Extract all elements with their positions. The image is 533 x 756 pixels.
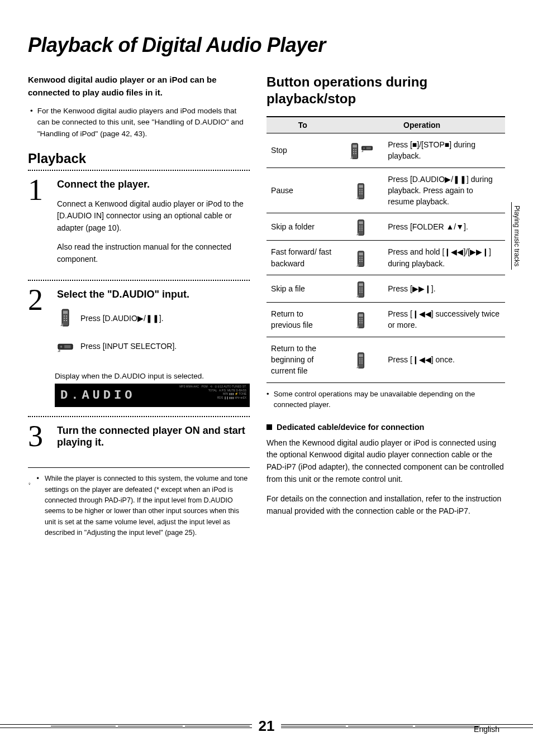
sub-heading: Dedicated cable/device for connection [266, 423, 505, 432]
step-number: 1 [28, 176, 50, 272]
note: • Some control operations may be unavail… [266, 389, 505, 410]
remote-icon [355, 219, 367, 235]
page-number: 21 [259, 717, 275, 735]
remote-icon [355, 250, 367, 266]
cell-to: Return to previous file [266, 303, 339, 337]
unit-instruction: Press [INPUT SELECTOR]. [57, 336, 250, 356]
intro-bullet: • For the Kenwood digital audio players … [28, 106, 250, 140]
step-number: 3 [28, 423, 50, 456]
cell-to: Pause [266, 168, 339, 213]
table-row: Return to the beginning of current fileP… [266, 337, 505, 382]
step-text: Also read the instruction manual for the… [57, 241, 250, 265]
cell-to: Skip a file [266, 275, 339, 303]
divider [28, 416, 250, 417]
unit-icon [57, 336, 74, 356]
cell-to: Return to the beginning of current file [266, 337, 339, 382]
step-title: Turn the connected player ON and start p… [57, 425, 250, 448]
cell-to: Skip a folder [266, 213, 339, 241]
bulb-icon [28, 473, 31, 494]
unit-icon [361, 142, 373, 158]
paragraph: When the Kewnood digital audio player or… [266, 437, 505, 486]
cell-operation: Press [❙◀◀] once. [383, 337, 505, 382]
cell-icons [339, 213, 383, 241]
remote-instruction: Press [D.AUDIO▶/❚❚]. [57, 308, 250, 328]
tip-text: While the player is connected to this sy… [45, 473, 250, 538]
table-row: Return to previous filePress [❙◀◀] succe… [266, 303, 505, 337]
display-caption: Display when the D.AUDIO input is select… [55, 372, 250, 380]
left-column: Kenwood digital audio player or an iPod … [28, 74, 250, 538]
intro-bullet-text: For the Kenwood digital audio players an… [37, 106, 250, 140]
th-operation: Operation [339, 117, 505, 133]
note-text: Some control operations may be unavailab… [274, 389, 505, 410]
bullet-dot: • [36, 473, 39, 538]
playback-heading: Playback [28, 151, 250, 166]
unit-text: Press [INPUT SELECTOR]. [80, 342, 177, 351]
th-to: To [266, 117, 339, 133]
sub-heading-text: Dedicated cable/device for connection [277, 423, 424, 432]
remote-icon [349, 142, 361, 158]
side-tab: Playing music tracks [511, 202, 522, 270]
intro-bold: Kenwood digital audio player or an iPod … [28, 74, 250, 99]
bullet-dot: • [30, 106, 33, 140]
footer-language: English [474, 725, 499, 734]
cell-operation: Press [FOLDER ▲/▼]. [383, 213, 505, 241]
step-2: 2 Select the "D.AUDIO" input. Press [D.A… [28, 286, 250, 364]
cell-icons [339, 133, 383, 168]
table-row: Fast forward/ fast backwardPress and hol… [266, 241, 505, 275]
right-column: Button operations during playback/stop T… [266, 74, 505, 538]
remote-icon [355, 281, 367, 296]
cell-icons [339, 337, 383, 382]
remote-text: Press [D.AUDIO▶/❚❚]. [80, 314, 164, 323]
operations-table: To Operation StopPress [■]/[STOP■] durin… [266, 116, 505, 383]
step-title: Select the "D.AUDIO" input. [57, 289, 250, 300]
table-row: StopPress [■]/[STOP■] during playback. [266, 133, 505, 168]
step-number: 2 [28, 286, 50, 364]
cell-operation: Press [❙◀◀] successively twice or more. [383, 303, 505, 337]
operations-heading: Button operations during playback/stop [266, 74, 505, 107]
table-row: PausePress [D.AUDIO▶/❚❚] during playback… [266, 168, 505, 213]
step-1: 1 Connect the player. Connect a Kenwood … [28, 176, 250, 272]
display-indicators: MP3 WMA AAC PGM ⟲ ① ②12 AUTO TUNED ST.TO… [179, 385, 246, 399]
cell-icons [339, 275, 383, 303]
cell-icons [339, 241, 383, 275]
footer: 21 [0, 717, 533, 735]
cell-to: Fast forward/ fast backward [266, 241, 339, 275]
cell-icons [339, 303, 383, 337]
remote-icon [355, 352, 367, 367]
cell-icons [339, 168, 383, 213]
table-row: Skip a folderPress [FOLDER ▲/▼]. [266, 213, 505, 241]
square-icon [266, 424, 272, 430]
divider [28, 280, 250, 281]
step-text: Connect a Kenwood digital audio player o… [57, 198, 250, 235]
step-3: 3 Turn the connected player ON and start… [28, 423, 250, 456]
page-title: Playback of Digital Audio Player [28, 34, 505, 57]
step-title: Connect the player. [57, 179, 250, 190]
bullet-dot: • [266, 389, 269, 410]
cell-to: Stop [266, 133, 339, 168]
table-row: Skip a filePress [▶▶❙]. [266, 275, 505, 303]
tip-box: • While the player is connected to this … [28, 467, 250, 538]
cell-operation: Press [D.AUDIO▶/❚❚] during playback. Pre… [383, 168, 505, 213]
display-text: D.AUDIO [60, 389, 135, 403]
footer-rule-left [0, 724, 252, 728]
cell-operation: Press and hold [❙◀◀]/[▶▶❙] during playba… [383, 241, 505, 275]
cell-operation: Press [■]/[STOP■] during playback. [383, 133, 505, 168]
remote-icon [355, 312, 367, 327]
paragraph: For details on the connection and instal… [266, 493, 505, 517]
remote-icon [355, 183, 367, 198]
cell-operation: Press [▶▶❙]. [383, 275, 505, 303]
remote-icon [57, 308, 74, 328]
divider [28, 170, 250, 171]
display-panel: D.AUDIO MP3 WMA AAC PGM ⟲ ① ②12 AUTO TUN… [55, 384, 250, 407]
